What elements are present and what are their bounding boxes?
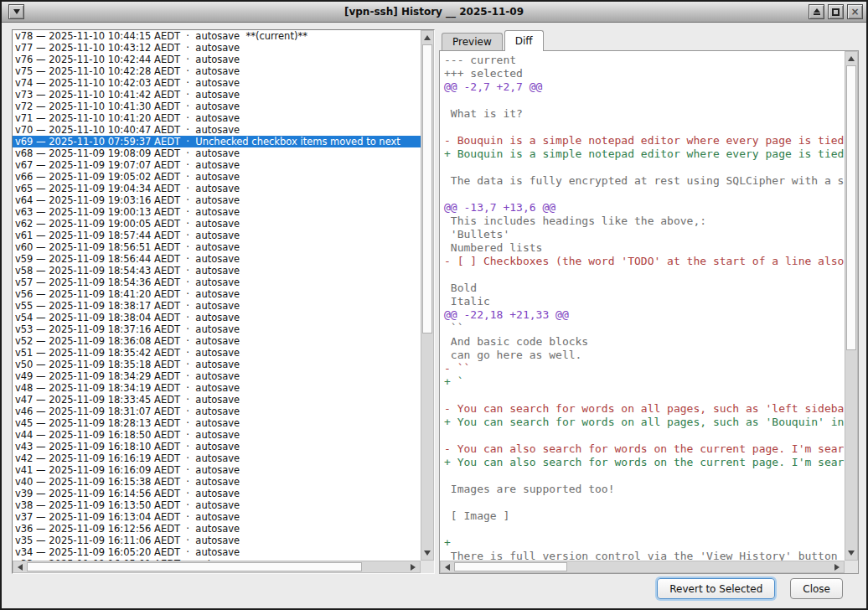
list-item[interactable]: v72 — 2025-11-10 10:41:30 AEDT · autosav… (13, 101, 421, 112)
list-item[interactable]: v51 — 2025-11-09 18:35:42 AEDT · autosav… (13, 347, 421, 359)
scroll-right-icon[interactable] (830, 561, 844, 572)
list-item[interactable]: v39 — 2025-11-09 16:14:56 AEDT · autosav… (13, 488, 421, 499)
diff-line-hunk: @@ -2,7 +2,7 @@ (444, 80, 845, 94)
list-hscroll-thumb[interactable] (27, 562, 362, 571)
list-item[interactable]: v63 — 2025-11-09 19:00:13 AEDT · autosav… (13, 206, 421, 218)
list-item[interactable]: v41 — 2025-11-09 16:16:09 AEDT · autosav… (13, 464, 421, 476)
diff-line-ctx: The data is fully encrypted at rest usin… (444, 174, 845, 188)
list-item[interactable]: v78 — 2025-11-10 10:44:15 AEDT · autosav… (13, 30, 421, 42)
list-item[interactable]: v47 — 2025-11-09 18:33:45 AEDT · autosav… (13, 394, 421, 406)
list-item[interactable]: v62 — 2025-11-09 19:00:05 AEDT · autosav… (13, 218, 421, 230)
diff-line-blank (444, 389, 845, 402)
list-item[interactable]: v60 — 2025-11-09 18:56:51 AEDT · autosav… (13, 241, 421, 253)
revert-to-selected-button[interactable]: Revert to Selected (657, 578, 775, 599)
close-window-button[interactable]: × (847, 4, 863, 19)
diff-line-del: - You can also search for words on the c… (444, 442, 845, 456)
diff-line-ctx: What is it? (444, 107, 845, 121)
diff-pane: --- current+++ selected@@ -2,7 +2,7 @@ W… (439, 50, 859, 574)
list-item[interactable]: v75 — 2025-11-10 10:42:28 AEDT · autosav… (13, 65, 421, 77)
list-item[interactable]: v65 — 2025-11-09 19:04:34 AEDT · autosav… (13, 183, 421, 194)
list-item[interactable]: v77 — 2025-11-10 10:43:12 AEDT · autosav… (13, 42, 421, 54)
list-item[interactable]: v40 — 2025-11-09 16:15:38 AEDT · autosav… (13, 476, 421, 488)
list-horizontal-scrollbar[interactable] (13, 561, 421, 573)
diff-horizontal-scrollbar[interactable] (440, 561, 845, 573)
shade-button[interactable] (809, 4, 824, 19)
diff-line-add: + You can search for words on all pages,… (444, 416, 845, 429)
tab-bar: PreviewDiff (439, 29, 859, 50)
version-history-list[interactable]: v78 — 2025-11-10 10:44:15 AEDT · autosav… (13, 30, 421, 561)
diff-line-blank (444, 161, 845, 174)
diff-line-blank (444, 469, 845, 483)
list-item-selected[interactable]: v69 — 2025-11-10 07:59:37 AEDT · Uncheck… (13, 136, 421, 147)
diff-line-ctx: Images are supported too! (444, 483, 845, 496)
diff-line-add: + You can also search for words on the c… (444, 456, 845, 469)
close-icon: × (850, 7, 859, 17)
list-item[interactable]: v37 — 2025-11-09 16:13:04 AEDT · autosav… (13, 511, 421, 523)
list-item[interactable]: v66 — 2025-11-09 19:05:02 AEDT · autosav… (13, 171, 421, 183)
tab-preview[interactable]: Preview (442, 33, 503, 50)
list-item[interactable]: v68 — 2025-11-09 19:08:09 AEDT · autosav… (13, 147, 421, 159)
scrollbar-corner (421, 561, 434, 573)
list-item[interactable]: v76 — 2025-11-10 10:42:44 AEDT · autosav… (13, 54, 421, 65)
scroll-down-icon[interactable] (421, 546, 433, 560)
list-item[interactable]: v70 — 2025-11-10 10:40:47 AEDT · autosav… (13, 124, 421, 136)
list-item[interactable]: v53 — 2025-11-09 18:37:16 AEDT · autosav… (13, 323, 421, 335)
diff-line-ctx: 'Bullets' (444, 228, 845, 241)
diff-hscroll-thumb[interactable] (454, 562, 567, 571)
diff-line-blank (444, 94, 845, 107)
list-item[interactable]: v50 — 2025-11-09 18:35:18 AEDT · autosav… (13, 359, 421, 370)
diff-line-ctx: Numbered lists (444, 241, 845, 255)
list-vertical-scrollbar[interactable] (421, 30, 434, 561)
diff-line-ctx: This includes headings like the above,: (444, 215, 845, 228)
list-item[interactable]: v49 — 2025-11-09 18:34:29 AEDT · autosav… (13, 370, 421, 382)
list-item[interactable]: v34 — 2025-11-09 16:05:20 AEDT · autosav… (13, 546, 421, 558)
close-button[interactable]: Close (790, 578, 843, 599)
list-item[interactable]: v45 — 2025-11-09 18:28:13 AEDT · autosav… (13, 417, 421, 429)
list-item[interactable]: v46 — 2025-11-09 18:31:07 AEDT · autosav… (13, 406, 421, 417)
list-vscroll-thumb[interactable] (422, 44, 432, 333)
list-item[interactable]: v48 — 2025-11-09 18:34:19 AEDT · autosav… (13, 382, 421, 394)
tab-diff[interactable]: Diff (504, 30, 544, 51)
diff-line-del: - You can search for words on all pages,… (444, 402, 845, 416)
list-item[interactable]: v35 — 2025-11-09 16:11:06 AEDT · autosav… (13, 535, 421, 546)
list-item[interactable]: v67 — 2025-11-09 19:07:07 AEDT · autosav… (13, 159, 421, 171)
diff-line-blank (444, 523, 845, 536)
list-item[interactable]: v43 — 2025-11-09 16:18:10 AEDT · autosav… (13, 441, 421, 452)
list-item[interactable]: v36 — 2025-11-09 16:12:56 AEDT · autosav… (13, 523, 421, 535)
scroll-up-icon[interactable] (845, 52, 857, 65)
scroll-left-icon[interactable] (441, 561, 454, 572)
diff-line-ctx: Italic (444, 295, 845, 308)
list-item[interactable]: v44 — 2025-11-09 16:18:50 AEDT · autosav… (13, 429, 421, 441)
list-item[interactable]: v73 — 2025-11-10 10:41:42 AEDT · autosav… (13, 89, 421, 101)
window-menu-icon (13, 9, 20, 14)
list-item[interactable]: v58 — 2025-11-09 18:54:43 AEDT · autosav… (13, 265, 421, 277)
scroll-up-icon[interactable] (421, 31, 433, 44)
list-item[interactable]: v54 — 2025-11-09 18:38:04 AEDT · autosav… (13, 312, 421, 323)
diff-line-blank (444, 188, 845, 201)
diff-line-ctx: Bold (444, 282, 845, 295)
list-item[interactable]: v57 — 2025-11-09 18:54:36 AEDT · autosav… (13, 277, 421, 288)
list-item[interactable]: v71 — 2025-11-10 10:41:20 AEDT · autosav… (13, 112, 421, 124)
list-item[interactable]: v74 — 2025-11-10 10:42:03 AEDT · autosav… (13, 77, 421, 89)
shade-icon (814, 8, 820, 15)
scroll-right-icon[interactable] (406, 561, 420, 572)
list-item[interactable]: v56 — 2025-11-09 18:41:20 AEDT · autosav… (13, 288, 421, 300)
diff-vertical-scrollbar[interactable] (845, 51, 858, 561)
diff-line-ctx: And basic code blocks (444, 335, 845, 349)
list-item[interactable]: v61 — 2025-11-09 18:57:44 AEDT · autosav… (13, 230, 421, 241)
scroll-down-icon[interactable] (845, 546, 857, 560)
maximize-button[interactable] (828, 4, 844, 19)
diff-line-ctx: There is full version control via the 'V… (444, 550, 845, 561)
list-item[interactable]: v59 — 2025-11-09 18:56:44 AEDT · autosav… (13, 253, 421, 265)
window-menu-button[interactable] (8, 4, 24, 19)
diff-vscroll-thumb[interactable] (846, 65, 856, 350)
scroll-left-icon[interactable] (13, 561, 27, 572)
list-item[interactable]: v64 — 2025-11-09 19:03:16 AEDT · autosav… (13, 194, 421, 206)
diff-line-header: --- current (444, 54, 845, 67)
diff-text-area[interactable]: --- current+++ selected@@ -2,7 +2,7 @@ W… (440, 51, 845, 561)
titlebar[interactable]: [vpn-ssh] History __ 2025-11-09 × (2, 2, 866, 23)
list-item[interactable]: v42 — 2025-11-09 16:16:19 AEDT · autosav… (13, 452, 421, 464)
list-item[interactable]: v38 — 2025-11-09 16:13:50 AEDT · autosav… (13, 499, 421, 511)
list-item[interactable]: v52 — 2025-11-09 18:36:08 AEDT · autosav… (13, 335, 421, 347)
list-item[interactable]: v55 — 2025-11-09 18:38:17 AEDT · autosav… (13, 300, 421, 312)
